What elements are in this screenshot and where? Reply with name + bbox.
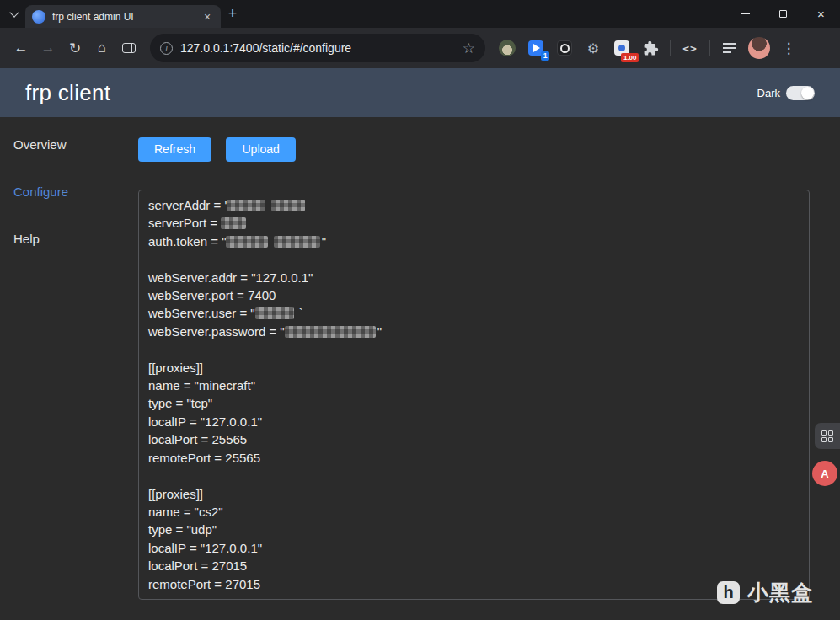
reload-button[interactable]: ↻ bbox=[62, 35, 88, 61]
heybox-watermark: h 小黑盒 bbox=[717, 579, 813, 607]
refresh-button[interactable]: Refresh bbox=[138, 137, 211, 162]
theme-toggle-label: Dark bbox=[757, 87, 780, 99]
price-extension-icon[interactable]: 1.00 bbox=[611, 37, 633, 59]
browser-window: frp client admin UI × + × ← → ↻ ⌂ i 127.… bbox=[0, 0, 840, 620]
three-dots-icon: ⋮ bbox=[782, 40, 796, 57]
sidebar-item-configure[interactable]: Configure bbox=[0, 168, 138, 215]
new-tab-button[interactable]: + bbox=[221, 3, 244, 26]
sidebar-item-overview[interactable]: Overview bbox=[0, 120, 138, 168]
window-controls: × bbox=[726, 0, 840, 28]
grid-icon bbox=[821, 430, 833, 442]
floating-grid-widget[interactable] bbox=[815, 423, 840, 449]
extension-count-badge: 1 bbox=[541, 51, 549, 61]
ring-icon bbox=[557, 40, 572, 56]
gear-icon: ⚙ bbox=[587, 40, 599, 56]
assistant-icon: A bbox=[821, 468, 828, 480]
tampermonkey-extension-icon[interactable] bbox=[496, 37, 518, 59]
site-info-icon[interactable]: i bbox=[160, 42, 173, 55]
bookmark-star-icon[interactable]: ☆ bbox=[463, 40, 475, 57]
browser-toolbar: ← → ↻ ⌂ i 127.0.0.1:7400/static/#/config… bbox=[0, 28, 840, 68]
side-panel-icon bbox=[122, 43, 136, 53]
theme-switch[interactable] bbox=[786, 86, 815, 100]
upload-button[interactable]: Upload bbox=[226, 137, 295, 162]
heybox-logo-icon: h bbox=[717, 581, 740, 604]
list-icon bbox=[723, 43, 736, 53]
sidebar: Overview Configure Help bbox=[0, 117, 138, 600]
theme-toggle[interactable]: Dark bbox=[757, 86, 815, 100]
home-button[interactable]: ⌂ bbox=[89, 35, 115, 61]
maximize-button[interactable] bbox=[764, 0, 802, 28]
floating-assistant-widget[interactable]: A bbox=[812, 461, 837, 486]
address-bar[interactable]: i 127.0.0.1:7400/static/#/configure ☆ bbox=[150, 34, 485, 62]
code-extension-button[interactable]: <> bbox=[679, 37, 701, 59]
app-header: frp client Dark bbox=[0, 68, 840, 117]
url-text: 127.0.0.1:7400/static/#/configure bbox=[180, 41, 455, 55]
puzzle-icon bbox=[643, 40, 659, 56]
profile-avatar[interactable] bbox=[748, 37, 770, 59]
forward-button[interactable]: → bbox=[35, 35, 61, 61]
flag-extension-icon[interactable]: 1 bbox=[525, 37, 547, 59]
browser-tab[interactable]: frp client admin UI × bbox=[25, 5, 221, 28]
price-badge: 1.00 bbox=[621, 53, 639, 62]
chevron-down-icon bbox=[9, 8, 19, 17]
browser-menu-button[interactable]: ⋮ bbox=[778, 37, 800, 59]
monkey-icon bbox=[499, 40, 516, 56]
dark-extension-icon[interactable] bbox=[554, 37, 575, 59]
site-favicon bbox=[32, 10, 45, 24]
main-content: Refresh Upload serverAddr = ' serverPort… bbox=[138, 117, 840, 600]
tab-title: frp client admin UI bbox=[52, 11, 194, 23]
minimize-button[interactable] bbox=[726, 0, 764, 28]
tab-close-icon[interactable]: × bbox=[201, 10, 214, 24]
list-extension-button[interactable] bbox=[719, 37, 741, 59]
toolbar-divider bbox=[709, 40, 710, 56]
settings-extension-icon[interactable]: ⚙ bbox=[582, 37, 604, 59]
maximize-icon bbox=[779, 10, 787, 18]
config-textarea[interactable]: serverAddr = ' serverPort = auth.token =… bbox=[138, 190, 810, 600]
tab-strip: frp client admin UI × + × bbox=[0, 0, 840, 28]
page-body: Overview Configure Help Refresh Upload s… bbox=[0, 117, 840, 600]
page-title: frp client bbox=[25, 80, 110, 106]
code-icon: <> bbox=[682, 42, 698, 55]
close-window-button[interactable]: × bbox=[802, 0, 840, 28]
extensions-menu-button[interactable] bbox=[639, 37, 661, 59]
toolbar-divider bbox=[670, 40, 671, 56]
sidebar-item-help[interactable]: Help bbox=[0, 215, 138, 262]
minimize-icon bbox=[741, 13, 750, 14]
watermark-text: 小黑盒 bbox=[747, 579, 813, 607]
back-button[interactable]: ← bbox=[8, 35, 34, 61]
switch-knob bbox=[801, 87, 814, 99]
side-panel-button[interactable] bbox=[116, 35, 142, 61]
tab-search-button[interactable] bbox=[3, 3, 25, 25]
